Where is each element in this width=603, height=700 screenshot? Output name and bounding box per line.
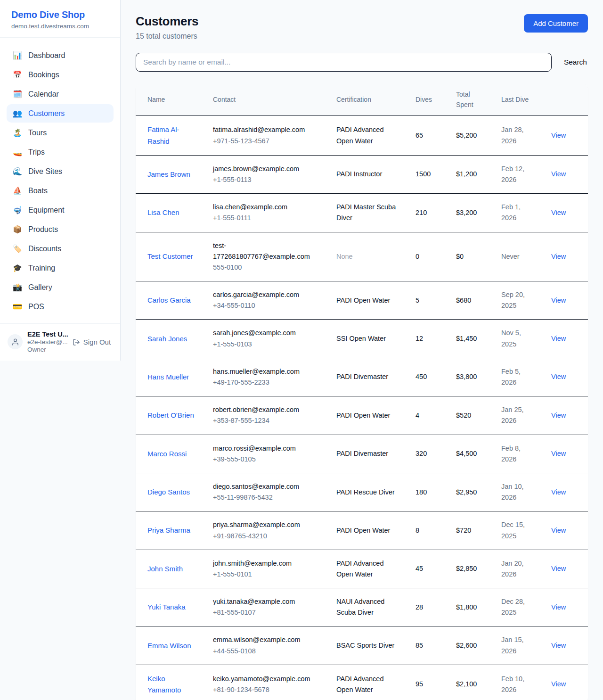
pos-icon: 💳 <box>13 302 22 311</box>
sidebar-item-trips[interactable]: 🚤 Trips <box>7 143 114 161</box>
view-link[interactable]: View <box>551 335 566 342</box>
customer-dives: 0 <box>408 232 448 281</box>
view-link[interactable]: View <box>551 209 566 216</box>
sidebar-item-dive-sites[interactable]: 🌊 Dive Sites <box>7 162 114 181</box>
sidebar-item-gallery[interactable]: 📸 Gallery <box>7 278 114 296</box>
customer-total-spent: $2,100 <box>448 665 494 700</box>
customer-dives: 8 <box>408 511 448 550</box>
trips-icon: 🚤 <box>13 148 22 156</box>
table-row: Sarah Jones sarah.jones@example.com +1-5… <box>136 320 588 358</box>
main-content: Customers 15 total customers Add Custome… <box>121 0 603 700</box>
col-actions <box>544 84 588 116</box>
customer-name-link[interactable]: Robert O'Brien <box>147 411 194 419</box>
customer-name-link[interactable]: Carlos Garcia <box>147 296 191 304</box>
sidebar-item-label: Products <box>28 225 58 234</box>
customer-phone: +81-90-1234-5678 <box>213 684 321 695</box>
sidebar-item-label: Tours <box>28 129 47 137</box>
customer-last-dive: Feb 10, 2026 <box>494 665 544 700</box>
customer-name-link[interactable]: Emma Wilson <box>147 642 191 650</box>
user-icon <box>11 338 19 346</box>
customer-name-link[interactable]: James Brown <box>147 170 190 178</box>
sidebar-item-products[interactable]: 📦 Products <box>7 220 114 239</box>
customer-dives: 210 <box>408 194 448 232</box>
customer-name-link[interactable]: Diego Santos <box>147 488 190 496</box>
view-link[interactable]: View <box>551 132 566 139</box>
customer-total-spent: $5,200 <box>448 116 494 155</box>
customer-phone: +39-555-0105 <box>213 454 321 465</box>
col-dives: Dives <box>408 84 448 116</box>
add-customer-button[interactable]: Add Customer <box>524 14 588 33</box>
view-link[interactable]: View <box>551 527 566 534</box>
customer-name-link[interactable]: Sarah Jones <box>147 335 187 343</box>
customer-last-dive: Feb 12, 2026 <box>494 155 544 193</box>
customer-name-link[interactable]: John Smith <box>147 565 183 573</box>
table-body: Fatima Al-Rashid fatima.alrashid@example… <box>136 116 588 700</box>
sidebar-item-customers[interactable]: 👥 Customers <box>7 104 114 123</box>
products-icon: 📦 <box>13 225 22 234</box>
customer-name-link[interactable]: Test Customer <box>147 252 193 260</box>
search-input[interactable] <box>136 53 552 72</box>
customer-certification: PADI Instructor <box>329 155 408 193</box>
view-link[interactable]: View <box>551 642 566 649</box>
user-email: e2e-tester@... <box>27 338 68 346</box>
customer-phone: +1-555-0113 <box>213 174 321 185</box>
customer-total-spent: $1,800 <box>448 588 494 626</box>
customer-total-spent: $0 <box>448 232 494 281</box>
customer-email: sarah.jones@example.com <box>213 328 321 338</box>
customer-name-link[interactable]: Lisa Chen <box>147 208 179 216</box>
view-link[interactable]: View <box>551 488 566 496</box>
sidebar-item-discounts[interactable]: 🏷️ Discounts <box>7 239 114 258</box>
view-link[interactable]: View <box>551 373 566 380</box>
sign-out-label: Sign Out <box>83 338 111 346</box>
customer-dives: 1500 <box>408 155 448 193</box>
sidebar-item-dashboard[interactable]: 📊 Dashboard <box>7 46 114 65</box>
customer-name-link[interactable]: Fatima Al-Rashid <box>147 125 179 145</box>
customer-name-link[interactable]: Keiko Yamamoto <box>147 675 181 694</box>
customer-dives: 65 <box>408 116 448 155</box>
view-link[interactable]: View <box>551 565 566 572</box>
customer-name-link[interactable]: Hans Mueller <box>147 373 189 381</box>
customer-certification: SSI Open Water <box>329 320 408 358</box>
customer-phone: +353-87-555-1234 <box>213 415 321 426</box>
shop-domain: demo.test.divestreams.com <box>11 23 109 30</box>
view-link[interactable]: View <box>551 680 566 688</box>
customer-last-dive: Never <box>494 232 544 281</box>
sidebar-item-pos[interactable]: 💳 POS <box>7 297 114 316</box>
sidebar-item-tours[interactable]: 🏝️ Tours <box>7 124 114 142</box>
customer-name-link[interactable]: Marco Rossi <box>147 450 187 458</box>
view-link[interactable]: View <box>551 170 566 178</box>
calendar-icon: 🗓️ <box>13 90 22 99</box>
view-link[interactable]: View <box>551 253 566 260</box>
sidebar-item-training[interactable]: 🎓 Training <box>7 259 114 277</box>
customer-last-dive: Feb 5, 2026 <box>494 358 544 396</box>
customer-certification: NAUI Advanced Scuba Diver <box>329 588 408 626</box>
sidebar-item-label: Customers <box>28 109 65 118</box>
customer-dives: 45 <box>408 550 448 588</box>
customer-dives: 85 <box>408 626 448 665</box>
sidebar-item-bookings[interactable]: 📅 Bookings <box>7 66 114 84</box>
customer-name-link[interactable]: Priya Sharma <box>147 526 190 534</box>
customer-name-link[interactable]: Yuki Tanaka <box>147 603 186 611</box>
view-link[interactable]: View <box>551 412 566 419</box>
view-link[interactable]: View <box>551 296 566 304</box>
discounts-icon: 🏷️ <box>13 244 22 253</box>
sign-out-button[interactable]: Sign Out <box>73 338 111 346</box>
view-link[interactable]: View <box>551 603 566 611</box>
sidebar-item-equipment[interactable]: 🤿 Equipment <box>7 201 114 219</box>
customer-certification: PADI Divemaster <box>329 358 408 396</box>
customer-total-spent: $1,200 <box>448 155 494 193</box>
search-button[interactable]: Search <box>563 55 588 69</box>
user-name: E2E Test U... <box>27 330 113 338</box>
customers-table-card: Name Contact Certification Dives Total S… <box>136 84 588 700</box>
view-link[interactable]: View <box>551 450 566 457</box>
user-role: Owner <box>27 346 113 353</box>
customer-phone: +1-555-0101 <box>213 569 321 580</box>
customer-last-dive: Sep 20, 2025 <box>494 281 544 320</box>
customer-certification: None <box>329 232 408 281</box>
customer-last-dive: Dec 28, 2025 <box>494 588 544 626</box>
sidebar-item-boats[interactable]: ⛵ Boats <box>7 181 114 200</box>
sidebar-item-label: Bookings <box>28 71 59 79</box>
sidebar-item-calendar[interactable]: 🗓️ Calendar <box>7 85 114 103</box>
bookings-icon: 📅 <box>13 70 22 79</box>
customer-total-spent: $1,450 <box>448 320 494 358</box>
